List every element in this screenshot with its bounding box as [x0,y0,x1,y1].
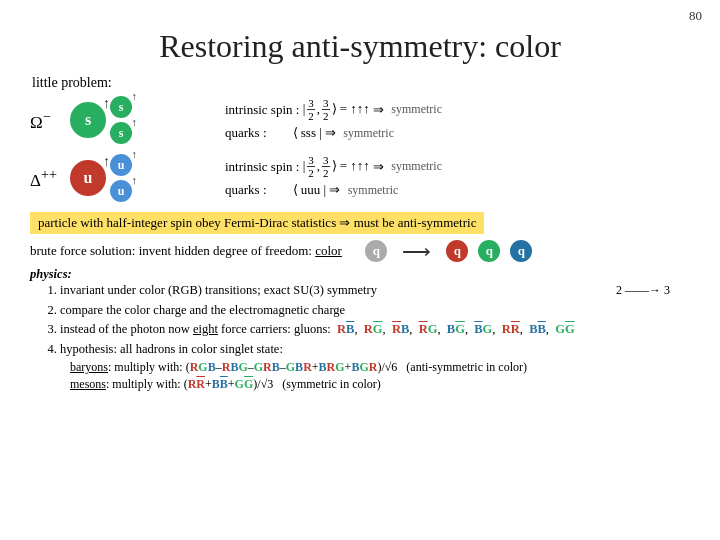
quarks-label-omega: quarks : [225,125,293,141]
physics-item-3-text: instead of the photon now eight force ca… [60,322,575,336]
omega-spin-symmetric: symmetric [391,102,442,117]
omega-block: Ω− s ↑ s ↑ s ↑ [30,95,225,145]
delta-quarks-ket: ⟨ uuu | [293,182,327,198]
omega-s2: s [110,122,132,144]
physics-item-1: invariant under color (RGB) transitions;… [60,282,690,300]
delta-spin-symmetric: symmetric [391,159,442,174]
omega-label: Ω− [30,108,66,133]
physics-item-2: compare the color charge and the electro… [60,302,690,320]
delta-quarks-line: quarks : ⟨ uuu | ⇒ symmetric [225,182,690,198]
physics-item-4-text: hypothesis: all hadrons in color singlet… [60,342,283,356]
page-container: 80 Restoring anti-symmetry: color little… [0,0,720,540]
color-word: color [315,243,342,258]
omega-quarks-symmetric: symmetric [343,126,394,141]
baryons-line: baryons: multiply with: (RGB–RBG–GRB–GBR… [70,360,690,375]
highlight-bar: particle with half-integer spin obey Fer… [30,212,484,234]
delta-quarks-arrow: ⇒ [326,182,344,198]
page-title: Restoring anti-symmetry: color [30,28,690,65]
mesons-note: (symmetric in color) [282,377,381,391]
delta-spin-line: intrinsic spin : |32,32⟩ = ↑↑↑ ⇒ symmetr… [225,154,690,179]
delta-u1: u [110,154,132,176]
omega-spin-line: intrinsic spin : |32,32⟩ = ↑↑↑ ⇒ symmetr… [225,97,690,122]
delta-spin-arrow: ⇒ [370,159,388,175]
intrinsic-spin-label: intrinsic spin : [225,102,303,118]
delta-u-small-stack: u ↑ u ↑ [110,153,132,203]
delta-u2: u [110,180,132,202]
mesons-line: mesons: multiply with: (RR+BB+GG)/√3 (sy… [70,377,690,392]
baryons-note: (anti-symmetric in color) [406,360,527,374]
omega-quarks-arrow: ⇒ [322,125,340,141]
physics-item-3: instead of the photon now eight force ca… [60,321,690,339]
omega-s-big: s [70,102,106,138]
quarks-label-delta: quarks : [225,182,293,198]
page-number: 80 [689,8,702,24]
brute-force-line: brute force solution: invent hidden degr… [30,239,690,263]
highlight-text: particle with half-integer spin obey Fer… [38,215,476,230]
physics-title: physics: [30,267,72,281]
physics-list: invariant under color (RGB) transitions;… [60,282,690,358]
omega-spin-fraction: |32,32⟩ = ↑↑↑ [303,97,370,122]
particle-diagrams: Ω− s ↑ s ↑ s ↑ [30,95,225,203]
q-blue: q [510,240,532,262]
mesons-label: mesons [70,377,106,391]
omega-quarks-line: quarks : ⟨ sss | ⇒ symmetric [225,125,690,141]
brute-force-text: brute force solution: invent hidden degr… [30,243,342,259]
equations-section: intrinsic spin : |32,32⟩ = ↑↑↑ ⇒ symmetr… [225,95,690,201]
delta-u-big: u [70,160,106,196]
physics-section: physics: invariant under color (RGB) tra… [30,267,690,392]
delta-quarks-symmetric: symmetric [348,183,399,198]
delta-block: Δ++ u ↑ u ↑ u ↑ [30,153,225,203]
q-gray: q [365,240,387,262]
physics-item-1-text: invariant under color (RGB) transitions;… [60,283,377,297]
physics-item-4: hypothesis: all hadrons in color singlet… [60,341,690,359]
physics-item-2-text: compare the color charge and the electro… [60,303,345,317]
intrinsic-spin-label-2: intrinsic spin : [225,159,303,175]
diagrams-section: Ω− s ↑ s ↑ s ↑ [30,95,690,203]
delta-spin-fraction: |32,32⟩ = ↑↑↑ [303,154,370,179]
delta-label: Δ++ [30,166,66,191]
omega-s-small-stack: s ↑ s ↑ [110,95,132,145]
two-three: 2 ——→ 3 [616,282,670,299]
q-red: q [446,240,468,262]
omega-quarks-ket: ⟨ sss | [293,125,322,141]
long-arrow: ⟶ [402,239,431,263]
q-green: q [478,240,500,262]
omega-spin-arrow: ⇒ [370,102,388,118]
baryons-label: baryons [70,360,108,374]
little-problem-label: little problem: [32,75,690,91]
omega-s1: s [110,96,132,118]
